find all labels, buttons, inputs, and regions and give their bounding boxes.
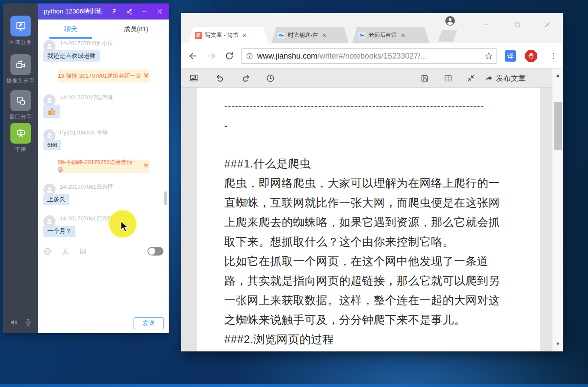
insert-image-icon[interactable] [187,72,200,84]
tab-title: 老师后台管 [369,31,397,39]
gift-message: 09-不動峰-20170250送给老师一朵 [58,160,150,173]
forward-icon[interactable] [205,49,218,62]
message-sender: 14-201707061归兴恒 [60,184,165,190]
key-favicon [278,32,285,39]
speaker-icon[interactable] [10,318,18,327]
close-icon[interactable] [155,7,164,16]
publish-article-button[interactable]: 发布文章 [485,71,526,85]
scrollbar-thumb[interactable] [554,102,562,150]
message-bubble [43,105,60,118]
message-input-toolbar [38,244,169,258]
publish-arrow-icon [485,74,493,82]
window-close-icon[interactable] [537,18,557,31]
jianshu-favicon: 简 [195,32,202,39]
screenshot-scissors-icon[interactable] [61,247,69,256]
reload-icon[interactable] [223,49,236,62]
sidebar-item-camera-share[interactable]: 摄像头分享 [3,54,38,85]
message-list[interactable]: 14-201707040邢小乐 我还是喜欢绿老师 13-律博-201707001… [38,39,169,244]
page-info-icon[interactable] [246,52,253,60]
page-scrollbar[interactable]: ▲ ▼ [552,69,563,351]
message-sender: Py201706006-李盼 [60,129,165,136]
doc-line: 路，其实就是指向网页的超链接，那么它就可以爬到另 [224,271,507,291]
save-icon[interactable] [418,72,431,84]
gift-message: 13-律博-201707001送给老师一朵 [58,69,150,82]
chat-app-window: 区域分享 摄像头分享 窗口分享 下课 python 12306特训班 [3,3,169,333]
image-icon[interactable] [79,247,87,256]
tab-close-icon[interactable]: ✕ [400,32,406,39]
chat-window-title: python 12306特训班 [44,7,104,16]
tab-close-icon[interactable]: ✕ [242,32,248,39]
browser-tab-time-key[interactable]: 时光钥匙-在 ✕ [271,27,349,43]
browser-tab-strip: 简 写文章 - 简书 ✕ 时光钥匙-在 ✕ 老师后台管 ✕ [181,13,563,43]
mouse-cursor-icon [120,220,131,233]
doc-line: ----------------------------------------… [224,96,507,116]
window-minimize-icon[interactable] [477,18,497,31]
message-bubble: 一个月？ [43,226,75,237]
sidebar-item-label: 区域分享 [3,39,38,46]
audio-controls [3,315,38,330]
thumbs-up-emoji [47,106,56,117]
chat-message: Py201706006-李盼 666 [43,129,165,150]
chat-tab-bar: 聊天 成员(81) [38,20,169,39]
editor-document-area: ----------------------------------------… [181,88,552,351]
doc-line: 之蜘蛛来说触手可及，分分钟爬下来不是事儿。 [224,310,507,330]
doc-heading: ###1.什么是爬虫 [224,154,507,174]
publish-label: 发布文章 [496,73,526,83]
class-end-icon [10,123,31,144]
chat-scrollbar[interactable] [164,191,167,205]
chat-message: 14-201707040邢小乐 我还是喜欢绿老师 [43,40,165,62]
browser-tab-write-article[interactable]: 简 写文章 - 简书 ✕ [189,27,268,43]
address-bar[interactable]: www.jianshu.com/writer#/notebooks/152330… [241,48,497,64]
doc-heading: ###2.浏览网页的过程 [224,330,507,349]
tab-chat[interactable]: 聊天 [38,20,104,39]
send-button[interactable]: 发送 [134,317,164,329]
chat-message: 14-201707061归兴恒 上多久 [43,184,165,205]
camera-share-icon [10,54,31,75]
sidebar-item-class-end[interactable]: 下课 [3,123,38,153]
message-sender: 14-201707027陆伟琳 [60,94,165,101]
translate-extension-icon[interactable]: 译 [505,50,516,62]
sidebar-item-label: 窗口分享 [3,113,38,121]
desktop-bottom-glow [0,384,588,387]
gift-text: 09-不動峰-20170250送给老师一朵 [58,158,141,174]
tab-title: 时光钥匙-在 [288,31,318,39]
browser-tab-teacher-admin[interactable]: 老师后台管 ✕ [352,27,429,43]
bookmark-star-icon[interactable] [484,52,493,60]
tab-members[interactable]: 成员(81) [104,20,169,39]
undo-icon[interactable] [214,72,227,84]
minimize-icon[interactable] [140,7,149,16]
message-bubble: 上多久 [43,194,69,205]
profile-icon[interactable] [444,15,456,26]
window-maximize-icon[interactable] [507,18,527,31]
redo-icon[interactable] [239,72,252,84]
history-icon[interactable] [264,72,277,84]
adblock-extension-icon[interactable] [525,50,537,62]
doc-line: 一张网上来获取数据。这样，整个连在一起的大网对这 [224,291,507,310]
share-icon[interactable] [124,7,134,16]
microphone-icon[interactable] [24,318,32,326]
tab-close-icon[interactable]: ✕ [321,32,327,39]
chat-message: 14-201707027陆伟琳 [43,94,165,120]
document-page[interactable]: ----------------------------------------… [197,88,540,351]
avatar [43,184,56,196]
chat-message: 14-201707061归兴恒 一个月？ [43,215,165,237]
flower-icon [143,163,150,170]
emoji-icon[interactable] [43,247,52,256]
sidebar-item-region-share[interactable]: 区域分享 [3,16,38,46]
input-mode-toggle[interactable] [147,247,163,256]
avatar [43,94,56,106]
split-view-icon[interactable] [441,72,454,84]
browser-menu-icon[interactable] [548,50,559,62]
pin-icon[interactable] [109,7,119,16]
scroll-down-icon[interactable]: ▼ [552,339,563,348]
message-sender: 14-201707040邢小乐 [60,40,165,47]
collapse-icon[interactable] [464,72,477,84]
scroll-up-icon[interactable]: ▲ [552,71,563,79]
sidebar-item-window-share[interactable]: 窗口分享 [3,90,38,121]
new-tab-button[interactable] [438,30,457,42]
flower-icon [143,72,150,79]
back-icon[interactable] [186,49,199,62]
message-bubble: 我还是喜欢绿老师 [43,50,100,62]
doc-line: 直蜘蛛，互联网就比作一张大网，而爬虫便是在这张网 [224,193,507,213]
doc-line: 爬虫，即网络爬虫，大家可以理解为在网络上爬行的一 [224,174,507,193]
